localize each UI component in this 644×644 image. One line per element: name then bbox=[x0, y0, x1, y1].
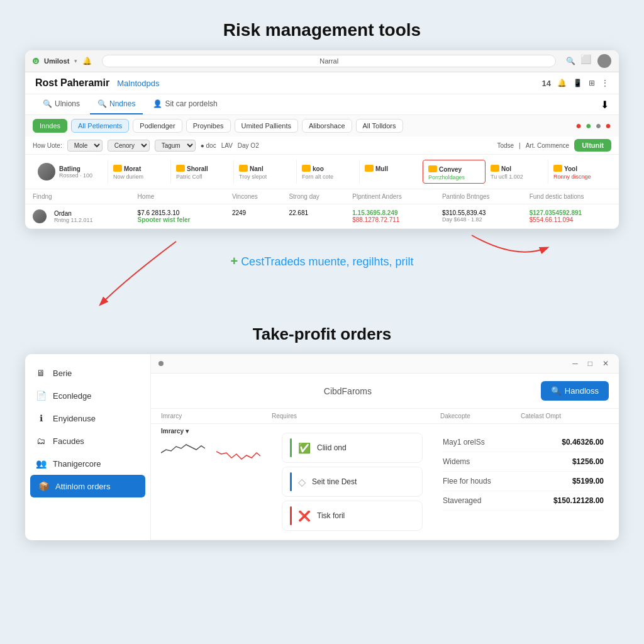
plp-sub: $88.1278.72.711 bbox=[352, 216, 427, 223]
sidebar-item-econledge[interactable]: 📄 Econledge bbox=[25, 384, 150, 407]
col-strong-day: Strong day bbox=[281, 189, 345, 204]
sidebar-item-facudes[interactable]: 🗂 Facudes bbox=[25, 430, 150, 452]
col-requires-header: Requires bbox=[272, 413, 435, 419]
table-data-row: Imrarcy ▾ bbox=[151, 424, 619, 540]
filter-proynibes[interactable]: Proynibes bbox=[186, 119, 231, 133]
sidebar-item-attinlom[interactable]: 📦 Attinlom orders bbox=[30, 475, 145, 497]
sidebar-label: Attinlom orders bbox=[55, 482, 110, 491]
amount-row-widems: Widems $1256.00 bbox=[443, 452, 604, 472]
user-avatar[interactable] bbox=[597, 54, 611, 68]
folder-icon bbox=[302, 165, 311, 172]
amount-row-may1: May1 orelSs $0.46326.00 bbox=[443, 433, 604, 452]
main-content: ─ □ ✕ CibdFaroms 🔍 Handloss Imrarcy Requ… bbox=[151, 354, 619, 540]
portfolio-row: Batling Rossed · 100 Morat Now duriem Sh… bbox=[25, 155, 619, 189]
browser-url-bar[interactable]: Narral bbox=[102, 55, 556, 67]
tab-icon: 🔍 bbox=[43, 99, 52, 108]
cell-name: Ordan Rntng 11.2.011 bbox=[25, 204, 130, 229]
sidebar-item-thanigercore[interactable]: 👥 Thanigercore bbox=[25, 452, 150, 475]
maximize-button[interactable]: □ bbox=[586, 358, 595, 369]
close-button[interactable]: ✕ bbox=[600, 358, 611, 369]
diamond-icon: ◇ bbox=[298, 476, 306, 488]
folder-icon bbox=[491, 165, 499, 172]
req-cards: ✅ Cliid ond ◇ Seit tine Dest ❌ Tisk fori… bbox=[272, 428, 433, 536]
window-icon[interactable]: ⬜ bbox=[580, 54, 591, 68]
plp-value: 1.15.3695.8.249 bbox=[352, 209, 427, 216]
cenory-select[interactable]: Cenory bbox=[108, 140, 150, 152]
amount-label: Staveraged bbox=[443, 496, 481, 505]
portfolio-card-shorall[interactable]: Shorall Patric Cofl bbox=[171, 160, 234, 184]
portfolio-name: Mull bbox=[375, 165, 388, 172]
portfolio-card-convey[interactable]: Convey Porrzholdages bbox=[423, 160, 486, 184]
tray-icon: 🗂 bbox=[35, 436, 47, 446]
filter-all-tolldors[interactable]: All Tolldors bbox=[356, 119, 403, 133]
browser-chrome-bar: U Umilost ▾ 🔔 Narral 🔍 ⬜ bbox=[25, 50, 619, 72]
folder-icon bbox=[553, 165, 562, 172]
main-header: CibdFaroms 🔍 Handloss bbox=[151, 374, 619, 409]
orders-icon: 📦 bbox=[38, 481, 49, 491]
bell-icon: 🔔 bbox=[82, 57, 92, 65]
tab-label: Ulnions bbox=[55, 99, 80, 108]
tab-icon: 🔍 bbox=[97, 99, 107, 108]
cell-fund: $127.0354592.891 $554.66.11.094 bbox=[522, 204, 619, 229]
mole-select[interactable]: Mole bbox=[67, 140, 103, 152]
currency-select[interactable]: Imrarcy ▾ bbox=[161, 428, 211, 435]
col-pant: Pantinlo Bntnges bbox=[435, 189, 522, 204]
filter-all-petlements[interactable]: All Petlements bbox=[71, 119, 129, 133]
tab-ulnions[interactable]: 🔍 Ulnions bbox=[35, 94, 87, 114]
sidebar-item-berie[interactable]: 🖥 Berie bbox=[25, 362, 150, 384]
portfolio-card-user[interactable]: Batling Rossed · 100 bbox=[33, 160, 108, 184]
cell-vincones: 2249 bbox=[225, 204, 282, 229]
col-currency-header: Imrarcy bbox=[161, 413, 211, 419]
amount-label: Widems bbox=[443, 457, 470, 466]
bottom-browser-window: 🖥 Berie 📄 Econledge ℹ Enyidenuse 🗂 Facud… bbox=[25, 354, 619, 540]
portfolio-card-nanl[interactable]: Nanl Troy slepot bbox=[234, 160, 297, 184]
sidebar: 🖥 Berie 📄 Econledge ℹ Enyidenuse 🗂 Facud… bbox=[25, 354, 151, 540]
tab-icon: 👤 bbox=[153, 99, 162, 108]
filter-umited[interactable]: Umited Pallients bbox=[235, 119, 298, 133]
tab-sit[interactable]: 👤 Sit car pordelsh bbox=[145, 94, 225, 114]
portfolio-card-nol[interactable]: Nol Tu ucfl 1.002 bbox=[486, 160, 548, 184]
app-title: Rost Paheramir bbox=[35, 77, 109, 89]
sidebar-item-enyidenuse[interactable]: ℹ Enyidenuse bbox=[25, 407, 150, 430]
portfolio-sub: Ronny discnge bbox=[553, 174, 606, 180]
minimize-button[interactable]: ─ bbox=[570, 358, 580, 369]
portfolio-card-koo[interactable]: koo Forn alt cote bbox=[297, 160, 360, 184]
row-avatar bbox=[33, 209, 47, 223]
day-label: Day O2 bbox=[238, 142, 259, 149]
tagum-select[interactable]: Tagum bbox=[155, 140, 196, 152]
portfolio-card-yool[interactable]: Yool Ronny discnge bbox=[548, 160, 611, 184]
how-vote-right: Todse | Art. Commence Ultunit bbox=[497, 139, 611, 152]
filter-aliborshace[interactable]: Aliborshace bbox=[302, 119, 352, 133]
lav-value: LAV bbox=[221, 142, 233, 149]
folder-icon bbox=[176, 165, 185, 172]
currency-cell: Imrarcy ▾ bbox=[161, 428, 211, 460]
go-button[interactable]: Ultunit bbox=[574, 139, 611, 152]
portfolio-card-mull[interactable]: Mull bbox=[360, 160, 423, 184]
table-row[interactable]: Ordan Rntng 11.2.011 $7.6 2815.3.10 Spoo… bbox=[25, 204, 619, 229]
todse-label: Todse bbox=[497, 142, 514, 149]
filter-inndes[interactable]: Inndes bbox=[33, 119, 67, 133]
amount-label: May1 orelSs bbox=[443, 438, 485, 447]
portfolio-card-morat[interactable]: Morat Now duriem bbox=[108, 160, 171, 184]
more-icon[interactable]: ⋮ bbox=[601, 79, 609, 87]
annotation-section: + CestTradeds muente, regilhts, prilt bbox=[0, 229, 644, 317]
button-label: Handloss bbox=[565, 386, 599, 396]
tab-nndnes[interactable]: 🔍 Nndnes bbox=[90, 94, 143, 114]
bookmark-icon: 🔔 bbox=[557, 79, 567, 87]
search-icon: 🔍 bbox=[566, 57, 575, 65]
cell-plp: 1.15.3695.8.249 $88.1278.72.711 bbox=[345, 204, 435, 229]
annotation-text: + CestTradeds muente, regilhts, prilt bbox=[25, 254, 619, 269]
page-title: Risk management tools bbox=[0, 0, 644, 50]
sidebar-label: Facudes bbox=[53, 436, 84, 446]
amount-value: $0.46326.00 bbox=[562, 438, 604, 447]
col-findng: Findng bbox=[25, 189, 130, 204]
handloss-button[interactable]: 🔍 Handloss bbox=[541, 381, 609, 401]
app-subtitle[interactable]: Malntodpds bbox=[117, 79, 159, 88]
fund-value: $127.0354592.891 bbox=[530, 209, 611, 216]
dot-icon bbox=[158, 361, 164, 366]
tabs-row: 🔍 Ulnions 🔍 Nndnes 👤 Sit car pordelsh ⬇ bbox=[25, 94, 619, 115]
amount-label: Flee for houds bbox=[443, 477, 491, 486]
filter-podlendger[interactable]: Podlendger bbox=[133, 119, 182, 133]
requirements-cell: ✅ Cliid ond ◇ Seit tine Dest ❌ Tisk fori… bbox=[272, 428, 433, 536]
dot-red-icon: ● bbox=[575, 120, 582, 131]
